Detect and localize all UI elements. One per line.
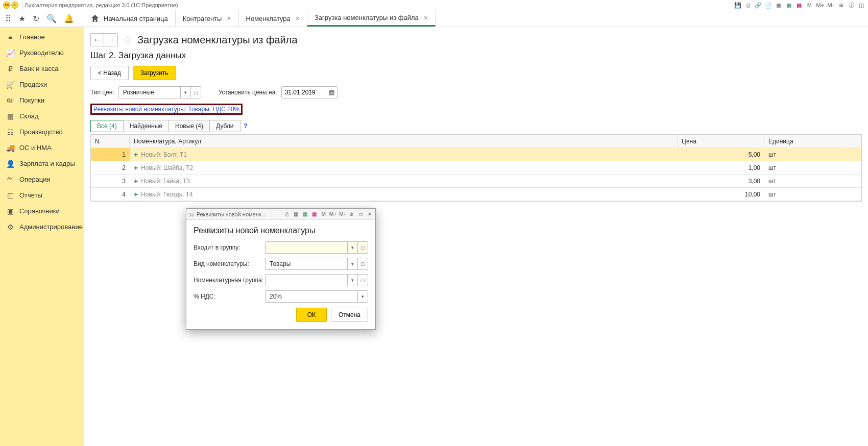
- table-header: N Номенклатура, Артикул Цена Единица: [91, 135, 861, 148]
- load-button[interactable]: Загрузить: [133, 66, 176, 80]
- calc2-icon[interactable]: ▦: [293, 211, 300, 217]
- table-row[interactable]: 4 +Новый: Гвоздь, Т4 10,00 шт: [91, 188, 861, 201]
- filter-tab-all[interactable]: Все (4): [90, 120, 124, 132]
- row-name-text: Новый: Гвоздь, Т4: [141, 191, 192, 198]
- group-value: [266, 242, 347, 253]
- sidebar-item-main[interactable]: ≡Главное: [0, 29, 84, 45]
- ngroup-dropdown[interactable]: ▾ ▢: [265, 274, 368, 286]
- calendar-icon[interactable]: ▦: [326, 87, 337, 98]
- cancel-button[interactable]: Отмена: [331, 308, 368, 322]
- vat-dropdown[interactable]: 20% ▾: [265, 290, 368, 303]
- back-button[interactable]: < Назад: [90, 66, 129, 80]
- pricetype-dropdown[interactable]: Розничные ▾ ▢: [118, 86, 201, 98]
- table-row[interactable]: 2 +Новый: Шайба, Т2 1,00 шт: [91, 161, 861, 175]
- copy-icon[interactable]: 📄: [765, 2, 772, 9]
- sidebar-item-ops[interactable]: ᴬᵏОперации: [0, 171, 84, 187]
- setprice-date-input[interactable]: ▦: [281, 86, 337, 98]
- save-icon[interactable]: 💾: [734, 2, 741, 9]
- chevron-down-icon[interactable]: ▾: [180, 87, 190, 98]
- notifications-icon[interactable]: 🔔: [64, 14, 74, 23]
- th-unit: Единица: [764, 135, 861, 147]
- sidebar-item-sales[interactable]: 🛒Продажи: [0, 77, 84, 92]
- m-button[interactable]: M: [320, 211, 327, 217]
- sidebar-item-os[interactable]: 🚚ОС и НМА: [0, 140, 84, 156]
- nav-forward-button[interactable]: →: [104, 34, 117, 46]
- open-icon[interactable]: ▢: [357, 275, 368, 286]
- close-icon[interactable]: ×: [296, 14, 300, 22]
- mplus-button[interactable]: M+: [329, 211, 336, 217]
- tab-contragents[interactable]: Контрагенты ×: [176, 10, 239, 27]
- print-icon[interactable]: ⎙: [744, 2, 752, 8]
- panel-icon[interactable]: ◫: [858, 2, 865, 9]
- titlebar-icons: 💾 ⎙ 🔗 📄 ▦ ▦ ▦ M M+ M- ⊕ ⓘ ◫: [734, 0, 865, 10]
- table-row[interactable]: 1 +Новый: Болт, Т1 5,00 шт: [91, 148, 861, 161]
- sidebar-item-admin[interactable]: ⚙Администрирование: [0, 219, 84, 235]
- tab-load-from-file[interactable]: Загрузка номенклатуры из файла ×: [307, 10, 436, 27]
- field-group: Входит в группу: ▾ ▢: [194, 241, 368, 254]
- table-row[interactable]: 3 +Новый: Гайка, Т3 3,00 шт: [91, 175, 861, 188]
- zoom-icon[interactable]: ⊕: [837, 2, 845, 9]
- nav-back-button[interactable]: ←: [91, 34, 104, 46]
- row-price: 1,00: [678, 161, 764, 174]
- tab-nomenclature[interactable]: Номенклатура ×: [239, 10, 307, 27]
- sidebar-item-reports[interactable]: ▥Отчеты: [0, 187, 84, 203]
- dialog-titlebar[interactable]: 1c Реквизиты новой номенклат... ⎙ ▦ ▦ ▦ …: [186, 209, 375, 220]
- apps-icon[interactable]: ⠿: [5, 14, 11, 23]
- sidebar-item-stock[interactable]: ▤Склад: [0, 108, 84, 124]
- minimize-icon[interactable]: ▭: [357, 211, 364, 217]
- open-icon[interactable]: ▢: [357, 258, 368, 269]
- sidebar-item-purch[interactable]: 🛍Покупки: [0, 92, 84, 108]
- app-1c-icon: 1c: [3, 2, 10, 9]
- chevron-down-icon[interactable]: ▾: [357, 291, 368, 302]
- link-icon[interactable]: 🔗: [755, 2, 762, 9]
- filter-tab-found[interactable]: Найденные: [123, 120, 169, 132]
- m-button[interactable]: M: [806, 2, 813, 8]
- calendar-icon[interactable]: ▦: [785, 2, 792, 9]
- plus-icon: +: [134, 151, 138, 159]
- page-title: Загрузка номенклатуры из файла: [137, 34, 298, 46]
- calc-icon[interactable]: ▦: [775, 2, 782, 9]
- sidebar-item-dir[interactable]: ▣Справочники: [0, 203, 84, 219]
- open-icon[interactable]: ▢: [357, 242, 368, 253]
- date-field[interactable]: [282, 87, 326, 98]
- close-icon[interactable]: ×: [227, 14, 231, 22]
- open-icon[interactable]: ▢: [190, 87, 201, 98]
- mplus-button[interactable]: M+: [816, 2, 824, 8]
- date-icon[interactable]: ▦: [795, 2, 803, 9]
- help-icon[interactable]: ⓘ: [848, 2, 855, 9]
- tab-label: Номенклатура: [246, 15, 291, 22]
- pricetype-field: Тип цен: Розничные ▾ ▢ Установить цены н…: [90, 86, 862, 98]
- sidebar-item-prod[interactable]: ☷Производство: [0, 124, 84, 140]
- sidebar-item-bank[interactable]: ₽Банк и касса: [0, 61, 84, 77]
- star-icon[interactable]: ☆: [123, 34, 132, 46]
- filter-tab-new[interactable]: Новые (4): [168, 120, 210, 132]
- chevron-down-icon[interactable]: ▾: [347, 242, 357, 253]
- mminus-button[interactable]: M-: [827, 2, 834, 8]
- favorites-icon[interactable]: ★: [18, 14, 26, 23]
- filter-tab-dups[interactable]: Дубли: [209, 120, 240, 132]
- type-dropdown[interactable]: Товары ▾ ▢: [265, 258, 368, 270]
- requisites-link[interactable]: Реквизиты новой номенклатуры: Товары, НД…: [92, 105, 241, 113]
- app-dropdown-icon[interactable]: ▾: [11, 2, 18, 9]
- sidebar-item-salary[interactable]: 👤Зарплата и кадры: [0, 156, 84, 171]
- zoom-icon[interactable]: ⊕: [348, 211, 355, 217]
- person-icon: 👤: [6, 160, 14, 168]
- close-icon[interactable]: ×: [424, 14, 428, 22]
- mminus-button[interactable]: M-: [339, 211, 346, 217]
- chevron-down-icon[interactable]: ▾: [347, 258, 357, 269]
- group-dropdown[interactable]: ▾ ▢: [265, 241, 368, 254]
- ok-button[interactable]: ОК: [296, 308, 327, 322]
- tab-home[interactable]: Начальная страница: [84, 10, 176, 27]
- sidebar-item-label: Операции: [19, 176, 51, 183]
- field-type: Вид номенклатуры: Товары ▾ ▢: [194, 258, 368, 270]
- chevron-down-icon[interactable]: ▾: [347, 275, 357, 286]
- date2-icon[interactable]: ▦: [311, 211, 318, 217]
- search-icon[interactable]: 🔍: [46, 14, 57, 23]
- row-n: 2: [91, 161, 130, 174]
- print-icon[interactable]: ⎙: [283, 211, 291, 217]
- sidebar-item-manager[interactable]: 📈Руководителю: [0, 45, 84, 61]
- history-icon[interactable]: ↻: [33, 14, 39, 23]
- close-icon[interactable]: ✕: [366, 211, 373, 217]
- calendar2-icon[interactable]: ▦: [302, 211, 309, 217]
- help-icon[interactable]: ?: [244, 122, 248, 130]
